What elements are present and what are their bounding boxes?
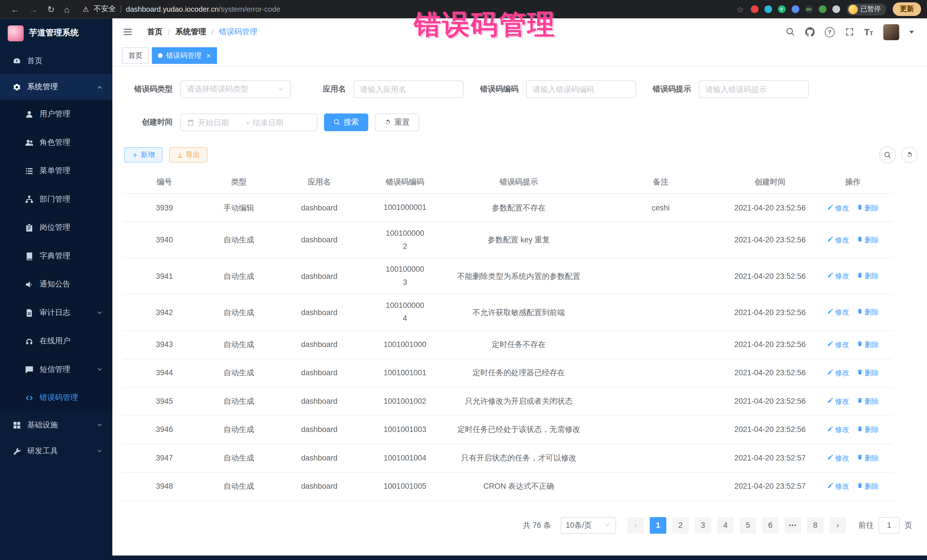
delete-link[interactable]: 删除 — [856, 367, 879, 378]
extension-blue-grid-icon[interactable] — [791, 5, 799, 13]
home-icon[interactable]: ⌂ — [64, 4, 70, 14]
sidebar-item-1[interactable]: 系统管理 — [0, 74, 112, 100]
page-button-3[interactable]: 3 — [694, 517, 711, 533]
github-icon[interactable] — [805, 27, 815, 36]
extension-green-icon[interactable] — [819, 5, 826, 13]
prev-page-button[interactable]: ‹ — [627, 517, 644, 533]
refresh-button[interactable] — [901, 147, 918, 163]
add-button[interactable]: 新增 — [124, 147, 163, 162]
sidebar-item-4[interactable]: 菜单管理 — [0, 156, 112, 185]
code-icon — [25, 393, 33, 402]
edit-link[interactable]: 修改 — [827, 367, 849, 378]
next-page-button[interactable]: › — [830, 517, 846, 533]
date-range-picker[interactable]: - — [180, 114, 318, 131]
delete-link[interactable]: 删除 — [856, 235, 879, 245]
sidebar-item-13[interactable]: 基础设施 — [0, 412, 112, 438]
error-type-select[interactable]: 请选择错误码类型 — [180, 80, 291, 98]
table-cell: 3947 — [123, 448, 206, 469]
extension-teal-icon[interactable] — [764, 5, 772, 13]
delete-link[interactable]: 删除 — [856, 453, 879, 463]
sidebar-item-label: 部门管理 — [40, 194, 70, 205]
extension-dark-on-icon[interactable]: on — [805, 5, 813, 13]
extension-green-check-icon[interactable]: V — [778, 5, 786, 13]
delete-link[interactable]: 删除 — [856, 339, 879, 350]
page-button-6[interactable]: 6 — [762, 517, 779, 533]
search-button[interactable]: 搜索 — [324, 114, 368, 131]
sidebar-item-8[interactable]: 通知公告 — [0, 270, 112, 298]
address-bar[interactable]: ⚠ 不安全 dashboard.yudao.iocoder.cn/system/… — [82, 4, 737, 14]
page-button-4[interactable]: 4 — [717, 517, 734, 533]
page-button-5[interactable]: 5 — [740, 517, 756, 533]
table-header-cell: 类型 — [206, 171, 272, 193]
edit-link[interactable]: 修改 — [827, 481, 849, 492]
delete-link[interactable]: 删除 — [856, 271, 879, 281]
back-icon[interactable]: ← — [11, 4, 20, 14]
sidebar-item-6[interactable]: 岗位管理 — [0, 213, 112, 241]
date-start-input[interactable] — [198, 118, 243, 127]
edit-link[interactable]: 修改 — [827, 235, 849, 245]
sidebar-item-11[interactable]: 短信管理 — [0, 355, 112, 384]
edit-link[interactable]: 修改 — [827, 453, 849, 463]
delete-link[interactable]: 删除 — [856, 307, 879, 318]
edit-link[interactable]: 修改 — [827, 424, 849, 435]
edit-link-label: 修改 — [835, 396, 849, 407]
fullscreen-icon[interactable] — [845, 27, 854, 36]
sidebar-item-7[interactable]: 字典管理 — [0, 242, 112, 270]
edit-link[interactable]: 修改 — [827, 339, 849, 350]
help-icon[interactable]: ? — [825, 27, 834, 37]
browser-update-button[interactable]: 更新 — [893, 2, 921, 16]
sidebar-item-label: 研发工具 — [27, 446, 58, 456]
delete-link[interactable]: 删除 — [856, 481, 879, 492]
browser-actions: ☆ Von 已暂停 更新 — [737, 2, 921, 16]
sidebar-item-10[interactable]: 在线用户 — [0, 327, 112, 355]
edit-link[interactable]: 修改 — [827, 271, 849, 281]
sidebar-item-0[interactable]: 首页 — [0, 48, 112, 74]
font-size-icon[interactable]: TT — [864, 27, 873, 37]
goto-page-input[interactable] — [878, 517, 900, 533]
page-button-1[interactable]: 1 — [650, 517, 666, 533]
tab-close-icon[interactable]: × — [206, 52, 211, 59]
toggle-search-button[interactable] — [879, 147, 896, 163]
sidebar-item-5[interactable]: 部门管理 — [0, 185, 112, 213]
profile-paused-badge[interactable]: 已暂停 — [846, 3, 886, 15]
delete-link[interactable]: 删除 — [856, 202, 879, 213]
extension-red-icon[interactable] — [751, 5, 758, 13]
error-code-input[interactable] — [526, 80, 636, 98]
page-button-8[interactable]: 8 — [807, 517, 824, 533]
app-name-input[interactable] — [353, 80, 464, 98]
sidebar-item-2[interactable]: 用户管理 — [0, 100, 112, 128]
date-end-input[interactable] — [253, 118, 298, 127]
chevron-down-icon[interactable] — [909, 30, 914, 33]
sidebar-logo[interactable]: 芋道管理系统 — [0, 18, 112, 48]
sidebar-item-14[interactable]: 研发工具 — [0, 438, 112, 464]
breadcrumb-item-1[interactable]: 系统管理 — [175, 27, 206, 37]
sidebar-item-3[interactable]: 角色管理 — [0, 128, 112, 156]
reload-icon[interactable]: ↻ — [47, 4, 55, 14]
user-avatar[interactable] — [883, 24, 899, 40]
export-button[interactable]: 导出 — [169, 147, 208, 162]
sidebar-item-9[interactable]: 审计日志 — [0, 299, 112, 327]
error-hint-input[interactable] — [699, 80, 809, 98]
security-label: 不安全 — [94, 4, 116, 14]
page-button-2[interactable]: 2 — [672, 517, 689, 533]
breadcrumb-item-0[interactable]: 首页 — [147, 27, 163, 37]
bookmark-star-icon[interactable]: ☆ — [737, 5, 744, 14]
search-icon[interactable] — [786, 27, 795, 36]
tab-0[interactable]: 首页 — [122, 47, 148, 64]
table-cell: 2021-04-20 23:52:56 — [727, 419, 813, 440]
delete-link-label: 删除 — [865, 339, 879, 350]
forward-icon[interactable]: → — [29, 4, 38, 14]
extension-puzzle-icon[interactable] — [832, 5, 840, 13]
edit-link[interactable]: 修改 — [827, 396, 849, 407]
delete-link[interactable]: 删除 — [856, 396, 879, 407]
create-time-label: 创建时间 — [123, 117, 173, 127]
page-ellipsis[interactable]: ••• — [784, 517, 801, 533]
edit-link[interactable]: 修改 — [827, 307, 849, 318]
sidebar-item-12[interactable]: 错误码管理 — [0, 384, 112, 412]
page-size-select[interactable]: 10条/页 — [561, 517, 616, 533]
delete-link[interactable]: 删除 — [856, 424, 879, 435]
tab-1[interactable]: 错误码管理× — [152, 47, 217, 64]
hamburger-menu-icon[interactable] — [122, 27, 133, 37]
edit-link[interactable]: 修改 — [827, 202, 849, 213]
reset-button[interactable]: 重置 — [375, 114, 419, 131]
